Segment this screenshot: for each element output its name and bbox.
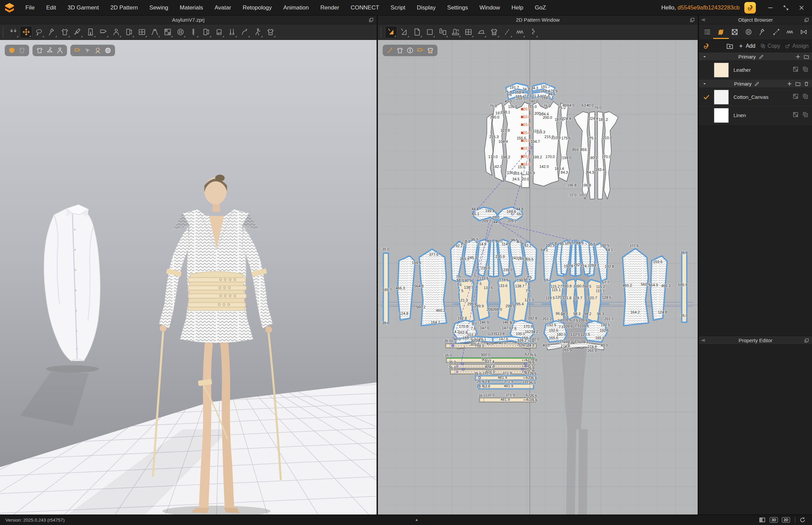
view-3d-badge[interactable]: 3D	[770, 517, 778, 523]
tool-sewing-machine-icon[interactable]	[449, 26, 461, 38]
tool-pins-icon[interactable]	[226, 26, 238, 38]
tool-grid-window-icon[interactable]	[462, 26, 474, 38]
alpha-grid-icon[interactable]	[792, 93, 799, 101]
tool-fabric-a-icon[interactable]	[200, 26, 212, 38]
fabric-row-leather[interactable]: Leather	[699, 61, 812, 79]
rename-pencil-icon[interactable]	[759, 54, 764, 60]
tool-move-icon[interactable]	[20, 26, 32, 38]
expand-timeline-icon[interactable]: ▲	[415, 518, 418, 522]
tab-scene-list-icon[interactable]	[701, 25, 714, 39]
tool-window-grid-icon[interactable]	[136, 26, 148, 38]
menu-item-avatar[interactable]: Avatar	[209, 4, 237, 11]
wireframe-globe-icon[interactable]	[103, 45, 113, 56]
tool-transform-pattern-icon[interactable]	[385, 26, 397, 38]
menu-item-script[interactable]: Script	[385, 4, 411, 11]
rename-pencil-icon[interactable]	[754, 81, 760, 87]
lock-garment-icon[interactable]	[425, 45, 435, 56]
arrangement-points-icon[interactable]	[45, 45, 55, 56]
tab-fabric-icon[interactable]	[715, 25, 727, 39]
duplicate-icon[interactable]	[802, 93, 809, 101]
garment-toggle-icon[interactable]	[17, 45, 27, 56]
duplicate-icon[interactable]	[802, 66, 809, 74]
spotlight-icon[interactable]	[82, 45, 93, 56]
checked-icon[interactable]	[699, 94, 714, 101]
tool-walk-icon[interactable]	[251, 26, 263, 38]
tab-bonding-icon[interactable]	[797, 25, 810, 39]
tool-create-polygon-icon[interactable]	[411, 26, 423, 38]
caret-down-icon[interactable]	[702, 54, 707, 60]
tab-pattern-print-icon[interactable]	[729, 25, 741, 39]
tool-shirt-extra-icon[interactable]	[264, 26, 276, 38]
float-window-icon[interactable]	[804, 338, 809, 343]
tool-simulate-icon[interactable]	[7, 26, 19, 38]
tool-fold-arrangement-icon[interactable]	[97, 26, 109, 38]
fabric-swatch[interactable]	[714, 90, 729, 105]
minimize-icon[interactable]	[765, 3, 776, 13]
folder-icon[interactable]	[795, 81, 801, 87]
tool-garment-icon[interactable]	[59, 26, 71, 38]
plus-icon[interactable]	[787, 81, 792, 87]
pattern-piece[interactable]	[682, 253, 687, 322]
tool-darts-icon[interactable]	[149, 26, 161, 38]
show-avatar-icon[interactable]	[55, 45, 65, 56]
close-icon[interactable]	[796, 3, 807, 13]
tool-fabric-b-icon[interactable]	[213, 26, 225, 38]
toolbar-drag-handle[interactable]	[3, 27, 5, 37]
menu-item-settings[interactable]: Settings	[442, 4, 474, 11]
account-badge[interactable]	[744, 2, 756, 14]
pane-2d-header[interactable]: 2D Pattern Window	[378, 16, 698, 24]
collapse-panel-icon[interactable]	[700, 338, 705, 343]
caret-down-icon[interactable]	[702, 81, 707, 87]
copy-button[interactable]: Copy	[760, 43, 780, 49]
fabric-group-header[interactable]: Primary	[699, 79, 812, 88]
tool-button-icon[interactable]	[174, 26, 186, 38]
menu-item-materials[interactable]: Materials	[174, 4, 209, 11]
needle-icon[interactable]	[385, 45, 395, 56]
tool-pin-icon[interactable]	[46, 26, 58, 38]
menu-item-window[interactable]: Window	[474, 4, 505, 11]
tool-select-lasso-icon[interactable]	[33, 26, 45, 38]
tool-mesh-check-icon[interactable]	[162, 26, 173, 38]
fabric-swatch[interactable]	[714, 108, 729, 123]
assign-button[interactable]: Assign	[785, 43, 809, 49]
fabric-swatch[interactable]	[714, 63, 729, 77]
viewport-3d[interactable]	[0, 40, 377, 514]
tool-edit-pattern-icon[interactable]	[398, 26, 410, 38]
tool-pants-icon[interactable]	[84, 26, 96, 38]
menu-item-3d-garment[interactable]: 3D Garment	[62, 4, 105, 11]
menu-item-sewing[interactable]: Sewing	[144, 4, 174, 11]
sync-refresh-icon[interactable]	[799, 516, 806, 523]
menu-item-render[interactable]: Render	[315, 4, 345, 11]
menu-item-retopology[interactable]: Retopology	[237, 4, 277, 11]
trash-icon[interactable]	[803, 81, 809, 87]
tool-seam-zigzag-icon[interactable]	[526, 26, 539, 38]
menu-item-2d-pattern[interactable]: 2D Pattern	[105, 4, 143, 11]
float-window-icon[interactable]	[690, 17, 695, 23]
restore-icon[interactable]	[781, 3, 791, 13]
tool-iron-icon[interactable]	[475, 26, 487, 38]
tool-zipper-icon[interactable]	[187, 26, 199, 38]
add-button[interactable]: Add	[738, 43, 755, 49]
duplicate-icon[interactable]	[802, 111, 809, 119]
menu-item-connect[interactable]: CONNECT	[345, 4, 385, 11]
float-window-icon[interactable]	[368, 17, 374, 23]
tab-topstitch-icon[interactable]	[770, 25, 783, 39]
menu-item-file[interactable]: File	[20, 4, 40, 11]
fabric-row-cotton_canvas[interactable]: Cotton_Canvas	[699, 88, 812, 106]
show-garment-icon[interactable]	[395, 45, 405, 56]
menu-item-help[interactable]: Help	[506, 4, 529, 11]
add-folder-icon[interactable]	[726, 42, 734, 50]
show-garment-icon[interactable]	[34, 45, 45, 56]
fabric-group-header[interactable]: Primary	[699, 52, 812, 61]
tool-sew-edit-icon[interactable]	[72, 26, 83, 38]
pattern-piece[interactable]	[522, 175, 529, 188]
alpha-grid-icon[interactable]	[792, 111, 799, 119]
toolbar-drag-handle[interactable]	[381, 27, 383, 37]
alpha-grid-icon[interactable]	[792, 66, 799, 74]
menu-item-edit[interactable]: Edit	[40, 4, 62, 11]
fabric-texture-icon[interactable]	[415, 45, 425, 56]
tab-button-icon[interactable]	[742, 25, 755, 39]
view-2d-badge[interactable]: 2D	[782, 517, 790, 523]
tool-measure-curve-icon[interactable]	[239, 26, 251, 38]
menu-item-goz[interactable]: GoZ	[529, 4, 552, 11]
